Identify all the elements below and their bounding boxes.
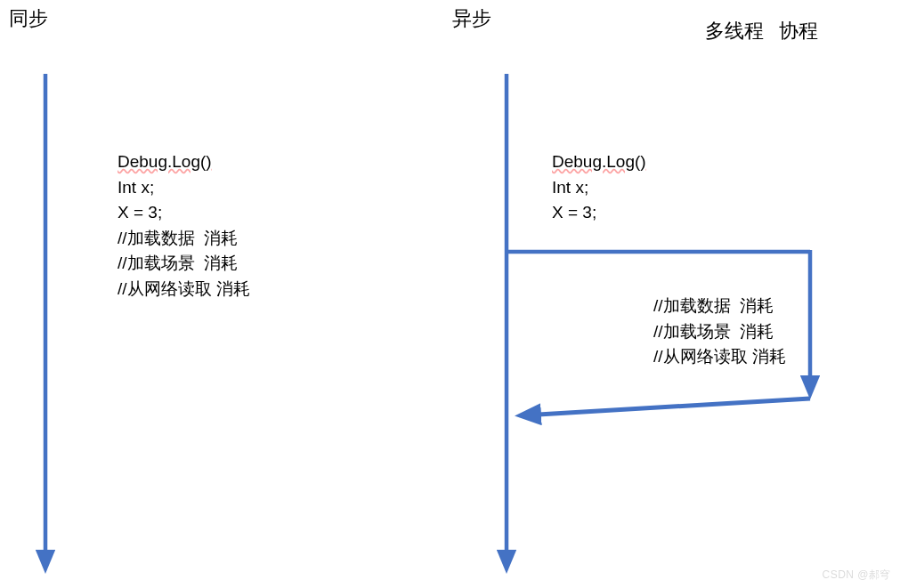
code-line: Int x; [118,175,250,201]
watermark: CSDN @郝穹 [822,568,891,583]
code-line: X = 3; [552,200,646,226]
async-label: 异步 [452,5,491,32]
code-line: //从网络读取 消耗 [653,344,786,370]
code-line: //加载场景 消耗 [118,251,250,277]
code-line: Int x; [552,175,646,201]
code-line: //从网络读取 消耗 [118,277,250,302]
code-line: //加载数据 消耗 [653,294,786,319]
async-branch-code-block: //加载数据 消耗 //加载场景 消耗 //从网络读取 消耗 [653,294,786,370]
sync-label: 同步 [9,5,48,32]
sync-code-block: Debug.Log() Int x; X = 3; //加载数据 消耗 //加载… [118,149,250,302]
coroutine-label: 协程 [779,18,818,44]
code-line: X = 3; [118,200,250,226]
code-line: Debug.Log() [552,149,646,175]
code-line: //加载数据 消耗 [118,226,250,252]
code-line: //加载场景 消耗 [653,319,786,345]
async-top-code-block: Debug.Log() Int x; X = 3; [552,149,646,226]
branch-return-arrow [523,399,810,415]
code-line: Debug.Log() [118,149,250,175]
multithread-label: 多线程 [705,18,764,44]
